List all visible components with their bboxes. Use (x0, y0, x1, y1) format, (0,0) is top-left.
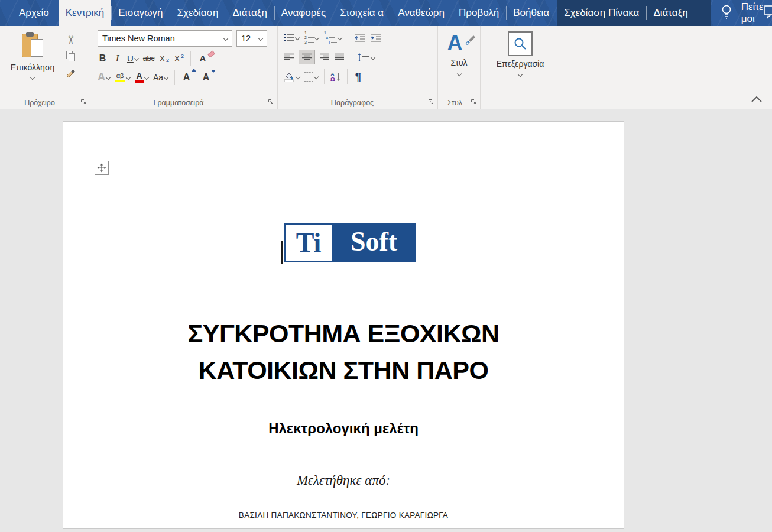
bullets-icon (284, 33, 294, 42)
font-color-button[interactable]: A (135, 70, 148, 85)
tab-insert[interactable]: Εισαγωγή (111, 0, 170, 26)
editing-label: Επεξεργασία (497, 59, 544, 69)
chevron-down-icon (456, 72, 461, 76)
dialog-launcher-icon[interactable] (428, 99, 435, 106)
document-page[interactable]: Ti Soft ΣΥΓΚΡΟΤΗΜΑ ΕΞΟΧΙΚΩΝ ΚΑΤΟΙΚΙΩΝ ΣΤ… (63, 121, 624, 529)
tab-help[interactable]: Βοήθεια (506, 0, 556, 26)
eraser-icon (207, 50, 215, 57)
shading-button[interactable] (284, 69, 300, 84)
paste-button[interactable]: Επικόλληση (6, 31, 59, 109)
collapse-ribbon-button[interactable] (751, 95, 763, 105)
tab-view[interactable]: Προβολή (452, 0, 506, 26)
shrink-font-button[interactable]: A (201, 70, 211, 85)
paste-label: Επικόλληση (11, 63, 55, 72)
line-spacing-button[interactable] (357, 50, 375, 64)
cut-icon[interactable]: ✂ (65, 35, 76, 45)
move-handle-icon[interactable] (95, 161, 109, 175)
dialog-launcher-icon[interactable] (80, 99, 87, 106)
document-authors: ΒΑΣΙΛΗ ΠΑΠΑΚΩΝΣΤΑΝΤΙΝΟΥ, ΓΕΩΡΓΙΟ ΚΑΡΑΓΙΩ… (63, 511, 624, 520)
editing-button[interactable]: Επεξεργασία (497, 31, 544, 76)
tab-references[interactable]: Αναφορές (274, 0, 333, 26)
copy-icon[interactable] (66, 51, 76, 61)
numbering-button[interactable]: 1 2 3 (303, 30, 319, 45)
font-size-combobox[interactable]: 12 (236, 30, 267, 47)
triangle-down-icon (211, 70, 216, 73)
increase-indent-button[interactable] (370, 30, 382, 45)
clear-formatting-icon: A (199, 53, 206, 63)
bold-button[interactable]: B (98, 51, 108, 66)
multilevel-list-button[interactable]: 1 a i (323, 30, 342, 45)
align-center-button[interactable] (299, 50, 315, 64)
font-name-combobox[interactable]: Times New Roman (98, 30, 232, 47)
superscript-digit: 2 (181, 53, 184, 59)
align-center-icon (301, 53, 312, 61)
title-line-1: ΣΥΓΚΡΟΤΗΜΑ ΕΞΟΧΙΚΩΝ (63, 315, 624, 352)
justify-button[interactable] (334, 50, 345, 64)
chevron-up-icon (751, 96, 763, 103)
dialog-launcher-icon[interactable] (471, 99, 478, 106)
tab-home[interactable]: Κεντρική (59, 0, 112, 26)
tab-review[interactable]: Αναθεώρη (391, 0, 452, 26)
strikethrough-button[interactable]: abc (143, 51, 154, 66)
dialog-launcher-icon[interactable] (268, 99, 275, 106)
highlight-color-bar (115, 80, 125, 82)
tisoft-logo[interactable]: Ti Soft (284, 223, 416, 262)
document-byline: Μελετήθηκε από: (63, 473, 624, 488)
justify-icon (334, 53, 345, 61)
clear-formatting-button[interactable]: A (197, 51, 207, 66)
shading-icon (284, 72, 295, 82)
subscript-button[interactable]: X2 (159, 51, 169, 66)
group-editing: Επεξεργασία (481, 26, 560, 109)
text-effects-button[interactable]: A (98, 70, 110, 85)
chevron-down-icon (371, 54, 375, 59)
title-line-2: ΚΑΤΟΙΚΙΩΝ ΣΤΗΝ ΠΑΡΟ (63, 352, 624, 388)
shrink-font-icon: A (203, 72, 210, 83)
underline-button[interactable]: U (127, 51, 138, 66)
ribbon: Επικόλληση ✂ Πρόχειρο Times New Roman (0, 26, 772, 109)
comment-icon[interactable] (764, 5, 772, 21)
styles-label: Στυλ (450, 58, 467, 67)
chevron-down-icon (518, 72, 523, 77)
tab-file[interactable]: Αρχείο (12, 0, 56, 26)
decrease-indent-button[interactable] (354, 30, 366, 45)
align-right-button[interactable] (319, 50, 330, 64)
numbering-icon: 1 2 3 (303, 31, 314, 44)
tab-mailings[interactable]: Στοιχεία α (333, 0, 391, 26)
change-case-button[interactable]: Aa (153, 70, 168, 85)
align-left-button[interactable] (284, 50, 294, 64)
group-font: Times New Roman 12 B I U abc X2 X2 A A (90, 26, 278, 109)
sort-icon: ΑΩ (330, 72, 335, 82)
grow-font-icon: A (183, 72, 190, 83)
lightbulb-icon (720, 4, 733, 23)
borders-button[interactable] (304, 69, 318, 84)
change-case-icon: Aa (153, 73, 163, 82)
underline-icon: U (127, 53, 134, 63)
italic-button[interactable]: I (112, 51, 122, 66)
tab-design[interactable]: Σχεδίαση (170, 0, 225, 26)
tab-table-design[interactable]: Σχεδίαση Πίνακα (557, 0, 646, 26)
chevron-down-icon (314, 35, 319, 40)
format-painter-icon[interactable] (66, 67, 76, 80)
font-size-value: 12 (241, 34, 251, 43)
document-area: Ti Soft ΣΥΓΚΡΟΤΗΜΑ ΕΞΟΧΙΚΩΝ ΚΑΤΟΙΚΙΩΝ ΣΤ… (0, 110, 772, 532)
tab-table-layout[interactable]: Διάταξη (646, 0, 695, 26)
contextual-tab-group: Σχεδίαση Πίνακα Διάταξη (557, 0, 711, 26)
subscript-digit: 2 (166, 57, 169, 63)
show-formatting-button[interactable]: ¶ (353, 69, 364, 84)
styles-button[interactable]: A Στυλ (447, 32, 471, 76)
superscript-button[interactable]: X2 (174, 51, 184, 66)
group-label-font: Γραμματοσειρά (90, 99, 267, 107)
chevron-down-icon (30, 75, 35, 80)
grow-font-button[interactable]: A (181, 70, 192, 85)
arrow-down-icon (336, 72, 341, 82)
decrease-indent-icon (354, 33, 366, 42)
highlight-icon: αβ (116, 73, 124, 79)
tell-me-button[interactable]: Πείτε μοι (720, 0, 764, 26)
tell-me-label: Πείτε μοι (741, 1, 764, 25)
bullets-button[interactable] (284, 30, 299, 45)
sort-button[interactable]: ΑΩ (330, 69, 341, 84)
logo-soft-text: Soft (351, 228, 397, 257)
tab-layout[interactable]: Διάταξη (226, 0, 274, 26)
text-effects-icon: A (98, 71, 105, 83)
highlight-button[interactable]: αβ (115, 70, 130, 85)
